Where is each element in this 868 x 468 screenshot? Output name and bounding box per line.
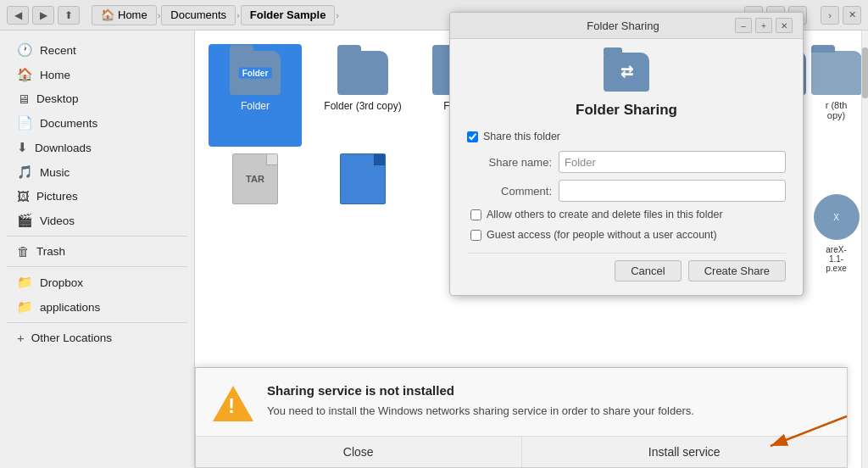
cancel-button[interactable]: Cancel bbox=[615, 260, 681, 281]
warning-buttons: Close Install service bbox=[196, 436, 847, 467]
sidebar-item-desktop[interactable]: 🖥 Desktop bbox=[3, 87, 191, 110]
scrollbar[interactable] bbox=[861, 31, 868, 468]
trash-icon: 🗑 bbox=[17, 244, 30, 259]
sharing-folder-icon: ⇄ bbox=[604, 53, 649, 92]
folder-sharing-dialog[interactable]: Folder Sharing – + ✕ ⇄ Folder Sharing Sh… bbox=[449, 12, 804, 296]
breadcrumb-sep1: › bbox=[158, 10, 161, 20]
sidebar-label-home: Home bbox=[40, 69, 70, 81]
folder-icon-8th-partial bbox=[811, 51, 862, 95]
sidebar-label-other-locations: Other Locations bbox=[31, 332, 112, 344]
home-sidebar-icon: 🏠 bbox=[17, 67, 33, 82]
sidebar-item-dropbox[interactable]: 📁 Dropbox bbox=[3, 270, 191, 294]
comment-row: Comment: bbox=[467, 180, 786, 202]
warning-dialog[interactable]: Sharing service is not installed You nee… bbox=[195, 367, 848, 468]
applications-icon: 📁 bbox=[17, 299, 33, 315]
dialog-buttons: Cancel Create Share bbox=[467, 253, 786, 281]
share-name-label: Share name: bbox=[467, 156, 552, 169]
share-folder-checkbox-row: Share this folder bbox=[467, 131, 786, 142]
sidebar-label-desktop: Desktop bbox=[36, 92, 79, 105]
breadcrumb-documents[interactable]: Documents bbox=[161, 5, 236, 25]
dialog-close-button[interactable]: ✕ bbox=[776, 18, 793, 33]
sidebar-label-downloads: Downloads bbox=[35, 142, 92, 154]
sharing-arrows-icon: ⇄ bbox=[620, 63, 633, 81]
back-button[interactable]: ◀ bbox=[7, 6, 29, 25]
sidebar-label-recent: Recent bbox=[40, 44, 76, 57]
forward-button[interactable]: ▶ bbox=[32, 6, 54, 25]
guest-access-checkbox[interactable] bbox=[470, 230, 481, 241]
sidebar-item-documents[interactable]: 📄 Documents bbox=[3, 111, 191, 135]
share-name-row: Share name: bbox=[467, 151, 786, 173]
close-warning-button[interactable]: Close bbox=[196, 437, 522, 467]
file-item-tar[interactable]: TAR bbox=[209, 147, 302, 249]
warning-text: Sharing service is not installed You nee… bbox=[267, 383, 830, 420]
file-item-3rd-copy[interactable]: Folder (3rd copy) bbox=[316, 44, 409, 147]
breadcrumb-folder-sample[interactable]: Folder Sample bbox=[241, 5, 336, 25]
file-item-sharex-partial: X areX- 1.1- p.exe bbox=[804, 187, 868, 273]
dropbox-icon: 📁 bbox=[17, 275, 33, 290]
sharex-icon: X bbox=[814, 194, 860, 240]
sidebar-divider-2 bbox=[7, 266, 187, 267]
comment-input[interactable] bbox=[559, 180, 786, 202]
sidebar-item-applications[interactable]: 📁 applications bbox=[3, 295, 191, 319]
sidebar-item-pictures[interactable]: 🖼 Pictures bbox=[3, 185, 191, 208]
music-icon: 🎵 bbox=[17, 164, 33, 180]
extra-button[interactable]: › bbox=[821, 6, 839, 25]
warning-title: Sharing service is not installed bbox=[267, 383, 830, 398]
sidebar-item-other-locations[interactable]: + Other Locations bbox=[3, 326, 191, 349]
sidebar-item-downloads[interactable]: ⬇ Downloads bbox=[3, 136, 191, 159]
guest-access-label[interactable]: Guest access (for people without a user … bbox=[487, 229, 717, 241]
guest-access-row: Guest access (for people without a user … bbox=[470, 229, 786, 241]
videos-icon: 🎬 bbox=[17, 213, 33, 228]
file-name-3rd-copy: Folder (3rd copy) bbox=[324, 100, 401, 114]
documents-icon: 📄 bbox=[17, 115, 33, 131]
pictures-icon: 🖼 bbox=[17, 189, 30, 203]
dialog-heading: Folder Sharing bbox=[467, 102, 786, 119]
sidebar-item-videos[interactable]: 🎬 Videos bbox=[3, 209, 191, 232]
dialog-titlebar: Folder Sharing – + ✕ bbox=[450, 13, 803, 39]
install-service-button[interactable]: Install service bbox=[522, 437, 848, 467]
comment-label: Comment: bbox=[467, 185, 552, 198]
sidebar-label-pictures: Pictures bbox=[36, 190, 78, 203]
share-folder-label[interactable]: Share this folder bbox=[483, 131, 560, 142]
folder-icon-selected: Folder bbox=[230, 51, 281, 95]
dialog-body: ⇄ Folder Sharing Share this folder bbox=[450, 39, 803, 295]
share-folder-checkbox[interactable] bbox=[467, 131, 478, 142]
sidebar-item-trash[interactable]: 🗑 Trash bbox=[3, 240, 191, 263]
sidebar-label-videos: Videos bbox=[40, 214, 75, 227]
sidebar-label-trash: Trash bbox=[36, 245, 65, 258]
dialog-maximize-button[interactable]: + bbox=[755, 18, 772, 33]
other-locations-icon: + bbox=[17, 331, 25, 345]
breadcrumb-chevron: › bbox=[336, 10, 339, 20]
sidebar-item-music[interactable]: 🎵 Music bbox=[3, 160, 191, 184]
desktop-icon: 🖥 bbox=[17, 92, 30, 106]
share-name-input[interactable] bbox=[559, 151, 786, 173]
allow-others-checkbox[interactable] bbox=[470, 209, 481, 220]
warning-content: Sharing service is not installed You nee… bbox=[196, 368, 847, 436]
breadcrumb-home[interactable]: 🏠 Home bbox=[92, 5, 157, 25]
warning-icon bbox=[213, 383, 253, 424]
create-share-button[interactable]: Create Share bbox=[688, 260, 786, 281]
dialog-title: Folder Sharing bbox=[511, 20, 735, 32]
allow-others-label[interactable]: Allow others to create and delete files … bbox=[487, 209, 723, 220]
sidebar-divider bbox=[7, 236, 187, 237]
file-name-folder: Folder bbox=[241, 100, 270, 114]
breadcrumb-sep2: › bbox=[236, 10, 240, 20]
close-button-2[interactable]: ✕ bbox=[843, 6, 861, 25]
sidebar-label-documents: Documents bbox=[40, 117, 97, 130]
up-button[interactable]: ⬆ bbox=[58, 6, 80, 25]
sidebar-item-recent[interactable]: 🕐 Recent bbox=[3, 38, 191, 62]
doc-icon bbox=[340, 153, 386, 204]
sidebar-divider-3 bbox=[7, 322, 187, 323]
file-item-folder[interactable]: Folder Folder bbox=[209, 44, 302, 147]
scrollbar-thumb[interactable] bbox=[862, 47, 868, 98]
dialog-minimize-button[interactable]: – bbox=[735, 18, 752, 33]
downloads-icon: ⬇ bbox=[17, 140, 28, 155]
file-item-doc[interactable] bbox=[316, 147, 409, 249]
sidebar-label-applications: applications bbox=[40, 301, 100, 314]
tar-icon: TAR bbox=[232, 153, 278, 204]
sidebar-label-music: Music bbox=[40, 166, 70, 179]
file-item-8th-copy-partial: r (8th opy) bbox=[804, 44, 868, 120]
folder-badge: Folder bbox=[239, 68, 272, 79]
folder-icon-3rd-copy bbox=[337, 51, 388, 95]
sidebar-item-home[interactable]: 🏠 Home bbox=[3, 63, 191, 86]
